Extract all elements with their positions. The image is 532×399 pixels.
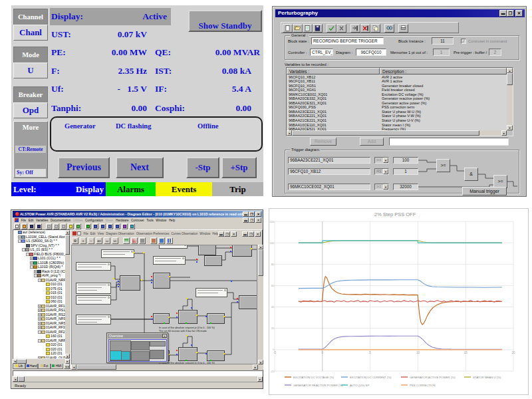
save-all-icon[interactable]	[36, 223, 42, 229]
menu-configuration[interactable]: Configuration	[84, 217, 104, 223]
monitor-icon[interactable]	[129, 223, 135, 229]
variables-list[interactable]: Variables : Description : 96CFQ10_XB12AV…	[286, 67, 513, 136]
b6-icon[interactable]: b6	[112, 237, 118, 244]
cut-icon[interactable]	[46, 223, 52, 229]
trigger-value-field[interactable]: 32000	[393, 184, 418, 190]
manual-trigger-button[interactable]: Manual trigger	[462, 187, 507, 196]
diagram-comment[interactable]	[76, 315, 111, 325]
zoom-in-icon[interactable]: +	[80, 237, 86, 244]
child-menu-curves-observation[interactable]: Curves Observation	[170, 230, 199, 237]
diagram-comment[interactable]	[159, 245, 188, 249]
child2-restore-icon[interactable]: ❐	[248, 231, 254, 237]
trigger-value-field[interactable]: 100	[393, 157, 418, 164]
menu-controset[interactable]: Controset	[130, 217, 145, 223]
maximize-icon[interactable]: ❐	[507, 10, 514, 17]
scroll-left-icon[interactable]: ◄	[287, 130, 292, 136]
overview-window[interactable]: Overview ✕	[106, 332, 168, 363]
menu-documentation[interactable]: Documentation	[49, 217, 72, 223]
scroll-up-icon[interactable]: ▲	[65, 230, 70, 235]
variable-entry-field[interactable]	[389, 138, 509, 146]
output-hscroll-thumb[interactable]	[18, 376, 25, 382]
scroll-down-icon[interactable]: ▼	[507, 125, 513, 130]
paste-icon[interactable]	[61, 223, 66, 229]
camera-icon[interactable]	[139, 237, 146, 244]
function-block[interactable]	[153, 313, 170, 324]
find-icon[interactable]	[384, 24, 394, 33]
new-icon[interactable]	[283, 24, 293, 33]
remove-button[interactable]: Remove	[310, 138, 336, 146]
function-block[interactable]	[178, 347, 198, 361]
child-close-icon[interactable]: ✕	[231, 231, 237, 237]
scroll-left-icon[interactable]: ◄	[71, 364, 76, 370]
mdi-restore-icon[interactable]: ❐	[249, 217, 255, 223]
child-menu-file[interactable]: File	[82, 230, 89, 237]
ab-icon[interactable]: AB	[96, 237, 102, 244]
block-instance-field[interactable]: 11	[432, 37, 454, 45]
save-icon[interactable]	[313, 24, 323, 33]
goto-icon[interactable]	[350, 24, 360, 33]
scroll-left-icon[interactable]: ◄	[13, 359, 17, 364]
child-menu-diagram-observation[interactable]: Diagram Observation	[105, 230, 136, 237]
dropdown-arrow-icon[interactable]: ▼	[383, 158, 388, 163]
trigger-operator-select[interactable]: >=▼	[374, 184, 389, 190]
add-button[interactable]: Add	[360, 138, 384, 146]
trigger-operator-select[interactable]: >=▼	[374, 157, 389, 164]
output-hscrollbar[interactable]: ◄ ►	[13, 376, 263, 382]
function-block[interactable]	[198, 245, 216, 255]
scroll-down-icon[interactable]: ▼	[65, 354, 70, 358]
mdi-minimize-icon[interactable]: ▬	[243, 217, 249, 223]
import-icon[interactable]	[68, 223, 74, 229]
minus-step-button[interactable]: -Stp	[186, 157, 219, 178]
tab-fct[interactable]: Fct	[38, 364, 51, 369]
menu-variables[interactable]: Variables	[35, 217, 49, 223]
diagram-field[interactable]: 96CFQ010	[356, 49, 386, 56]
diagram-canvas[interactable]: In case of the absolute setpoint je (0 t…	[71, 245, 257, 364]
child-menu-edit[interactable]: Edit	[89, 230, 96, 237]
canvas-vscroll-thumb[interactable]	[258, 249, 263, 276]
menu-help[interactable]: Help	[168, 217, 176, 223]
mdi-close-icon[interactable]: ✕	[255, 217, 261, 223]
variables-hscrollbar[interactable]: ◄ ►	[287, 130, 507, 136]
scroll-right-icon[interactable]: ►	[253, 364, 258, 370]
scroll-down-icon[interactable]: ▼	[258, 360, 263, 364]
check-icon[interactable]	[85, 223, 91, 229]
child-minimize-icon[interactable]: ▬	[218, 231, 224, 237]
print-icon[interactable]	[398, 24, 408, 33]
diagram-comment[interactable]	[76, 295, 111, 305]
maximize-icon[interactable]: ❐	[249, 211, 255, 217]
variables-column-header[interactable]: Variables :	[287, 68, 380, 74]
plus-step-button[interactable]: +Stp	[221, 157, 257, 178]
canvas-hscrollbar[interactable]: ◄ ►	[71, 364, 258, 370]
tree-hscrollbar[interactable]: ◄ ►	[13, 359, 70, 364]
variables-vscrollbar[interactable]: ▲ ▼	[507, 68, 513, 130]
output-panel[interactable]	[13, 370, 263, 376]
zoom-out-icon[interactable]: −	[88, 237, 94, 244]
trigger-variable-field[interactable]: 96BAA23CE221_XQ01	[288, 157, 370, 164]
function-block[interactable]	[120, 275, 140, 291]
scroll-right-icon[interactable]: ►	[501, 130, 507, 136]
nav-up-icon[interactable]	[107, 223, 113, 229]
hscroll-thumb[interactable]	[292, 130, 479, 136]
props-icon[interactable]	[303, 24, 313, 33]
diagram-comment[interactable]	[76, 262, 111, 271]
pretrigger-field[interactable]: 2	[489, 49, 501, 56]
controller-field[interactable]: CTRL_EV_	[310, 49, 333, 56]
child-menu-view[interactable]: View	[96, 230, 105, 237]
dropdown-arrow-icon[interactable]: ▼	[383, 184, 388, 190]
palette1-icon[interactable]	[150, 237, 157, 244]
trigger-operator-select[interactable]: RE▼	[374, 168, 389, 175]
canvas-hscroll-thumb[interactable]	[76, 364, 116, 370]
dropdown-arrow-icon[interactable]: ▼	[383, 169, 388, 174]
clear-icon[interactable]	[336, 24, 346, 33]
minimize-icon[interactable]: ▬	[499, 10, 507, 17]
vscroll-thumb[interactable]	[507, 73, 513, 85]
export-icon[interactable]	[75, 223, 81, 229]
trigger-variable-field[interactable]: 96MKC10CE002_XQ01	[288, 184, 370, 190]
overview-minimap[interactable]	[108, 339, 167, 362]
events-tab[interactable]: Events	[156, 182, 212, 196]
function-block[interactable]	[232, 245, 252, 257]
child-menu-window[interactable]: Window	[199, 230, 211, 237]
scroll-up-icon[interactable]: ▲	[258, 245, 263, 249]
child-restore-icon[interactable]: ❐	[224, 231, 230, 237]
menu-file[interactable]: File	[20, 217, 27, 223]
